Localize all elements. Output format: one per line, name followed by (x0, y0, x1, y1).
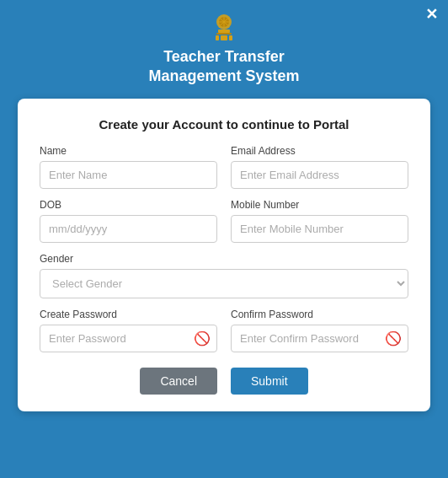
confirm-password-label: Confirm Password (231, 309, 408, 320)
dob-input[interactable] (40, 215, 217, 243)
registration-form: Name Email Address DOB Mobile Number Gen… (40, 145, 408, 352)
name-field-group: Name (40, 145, 217, 189)
password-toggle-icon[interactable]: 🚫 (194, 330, 211, 346)
email-field-group: Email Address (231, 145, 408, 189)
modal-card: Create your Account to continue to Porta… (18, 99, 430, 411)
dob-field-group: DOB (40, 199, 217, 243)
name-label: Name (40, 145, 217, 157)
confirm-password-field-group: Confirm Password 🚫 (231, 309, 408, 352)
svg-rect-11 (216, 33, 232, 35)
gender-select[interactable]: Select Gender Male Female Other (40, 269, 408, 298)
confirm-password-input[interactable] (231, 325, 408, 352)
gender-field-group: Gender Select Gender Male Female Other (40, 253, 408, 298)
password-wrapper: 🚫 (40, 325, 217, 352)
card-title: Create your Account to continue to Porta… (40, 117, 408, 132)
svg-rect-13 (229, 35, 232, 40)
password-input[interactable] (40, 325, 217, 352)
mobile-input[interactable] (231, 215, 408, 243)
app-title: Teacher Transfer Management System (148, 47, 299, 87)
email-label: Email Address (231, 145, 408, 157)
email-input[interactable] (231, 161, 408, 189)
svg-rect-10 (218, 30, 230, 33)
gender-label: Gender (40, 253, 408, 265)
mobile-field-group: Mobile Number (231, 199, 408, 243)
cancel-button[interactable]: Cancel (140, 368, 217, 395)
form-buttons: Cancel Submit (40, 368, 408, 395)
password-field-group: Create Password 🚫 (40, 309, 217, 352)
modal-overlay: ✕ Teacher Transfer Management (0, 0, 448, 478)
password-label: Create Password (40, 309, 217, 320)
dob-label: DOB (40, 199, 217, 211)
mobile-label: Mobile Number (231, 199, 408, 211)
confirm-password-wrapper: 🚫 (231, 325, 408, 352)
confirm-password-toggle-icon[interactable]: 🚫 (385, 330, 402, 346)
svg-rect-14 (221, 35, 227, 40)
app-header: Teacher Transfer Management System (0, 0, 448, 99)
svg-rect-12 (216, 35, 219, 40)
submit-button[interactable]: Submit (231, 368, 308, 395)
emblem-icon (205, 10, 243, 47)
name-input[interactable] (40, 161, 217, 189)
close-button[interactable]: ✕ (425, 7, 438, 22)
